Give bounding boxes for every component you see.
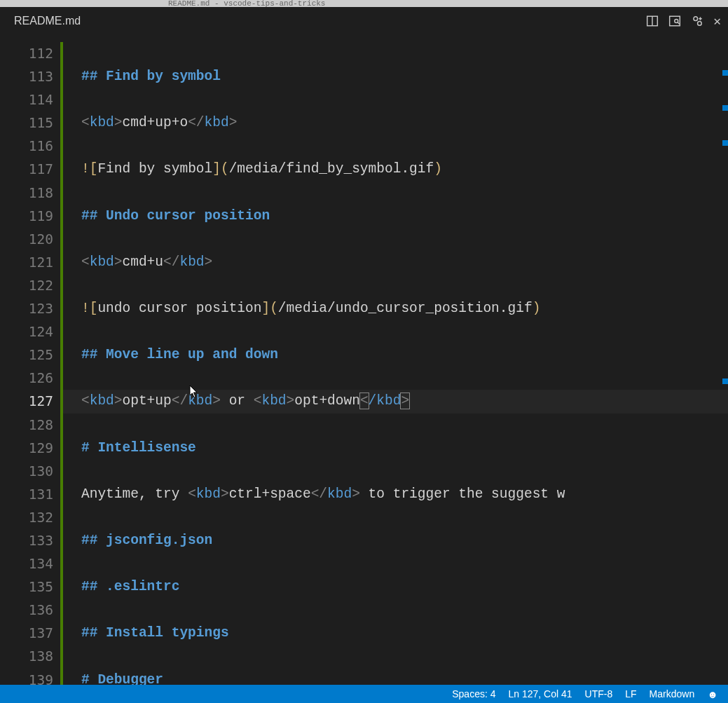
code-line[interactable] [81, 182, 728, 205]
line-gutter: 1121131141151161171181191201211221231241… [0, 35, 60, 685]
line-number: 115 [0, 111, 60, 135]
code-line[interactable] [81, 88, 728, 111]
svg-line-4 [678, 22, 680, 25]
code-line[interactable] [81, 320, 728, 343]
code-line[interactable]: ![Find by symbol](/media/find_by_symbol.… [81, 158, 728, 181]
svg-point-5 [694, 17, 698, 21]
code-line[interactable]: ## .eslintrc [81, 575, 728, 599]
code-line[interactable] [81, 460, 728, 483]
line-number: 133 [0, 529, 60, 552]
code-line[interactable] [81, 506, 728, 529]
line-number: 121 [0, 251, 60, 274]
code-line[interactable]: ## Undo cursor position [81, 205, 728, 228]
line-number: 134 [0, 552, 60, 575]
overview-ruler[interactable] [718, 35, 728, 685]
line-number: 132 [0, 506, 60, 529]
code-line[interactable] [81, 42, 728, 65]
line-number: 119 [0, 205, 60, 228]
line-number: 136 [0, 599, 60, 622]
status-language[interactable]: Markdown [650, 688, 695, 699]
line-number: 126 [0, 367, 60, 390]
editor-body[interactable]: 1121131141151161171181191201211221231241… [0, 35, 728, 685]
code-line[interactable]: ## Move line up and down [81, 343, 728, 367]
code-line[interactable] [81, 228, 728, 251]
line-number: 138 [0, 645, 60, 668]
more-actions-icon[interactable] [691, 15, 703, 27]
editor-actions: ✕ [646, 13, 721, 29]
line-number: 125 [0, 343, 60, 367]
line-number: 114 [0, 88, 60, 111]
line-number: 118 [0, 182, 60, 205]
line-number: 137 [0, 622, 60, 645]
code-line[interactable]: ![undo cursor position](/media/undo_curs… [81, 297, 728, 320]
code-line[interactable] [81, 135, 728, 158]
svg-point-3 [675, 20, 678, 23]
code-line[interactable] [81, 645, 728, 668]
line-number: 122 [0, 274, 60, 297]
svg-point-6 [698, 22, 702, 26]
split-editor-icon[interactable] [646, 15, 659, 27]
line-number: 131 [0, 483, 60, 506]
code-line[interactable] [81, 414, 728, 437]
code-line[interactable]: ## jsconfig.json [81, 529, 728, 552]
line-number: 117 [0, 158, 60, 181]
line-number: 124 [0, 320, 60, 343]
line-number: 127 [0, 390, 60, 413]
code-line[interactable]: Anytime, try <kbd>ctrl+space</kbd> to tr… [81, 483, 728, 506]
code-line[interactable]: <kbd>opt+up</kbd> or <kbd>opt+down</kbd> [60, 390, 728, 413]
modified-indicator [60, 42, 63, 685]
status-encoding[interactable]: UTF-8 [585, 688, 613, 699]
close-icon[interactable]: ✕ [713, 13, 721, 29]
code-line[interactable]: <kbd>cmd+up+o</kbd> [81, 111, 728, 135]
line-number: 113 [0, 65, 60, 88]
status-eol[interactable]: LF [625, 688, 636, 699]
feedback-icon[interactable]: ☻ [707, 688, 718, 700]
code-line[interactable]: ## Install typings [81, 622, 728, 645]
ruler-mark [722, 70, 728, 76]
code-line[interactable]: <kbd>cmd+u</kbd> [81, 251, 728, 274]
status-spaces[interactable]: Spaces: 4 [452, 688, 495, 699]
line-number: 112 [0, 42, 60, 65]
code-area[interactable]: ## Find by symbol<kbd>cmd+up+o</kbd>![Fi… [60, 35, 728, 685]
status-position[interactable]: Ln 127, Col 41 [509, 688, 572, 699]
line-number: 120 [0, 228, 60, 251]
code-line[interactable]: # Debugger [81, 669, 728, 685]
window-titlebar: README.md - vscode-tips-and-tricks [0, 0, 728, 7]
line-number: 139 [0, 669, 60, 685]
code-line[interactable] [81, 552, 728, 575]
ruler-mark [722, 378, 728, 384]
line-number: 116 [0, 135, 60, 158]
editor-tab-bar: README.md ✕ [0, 7, 728, 35]
code-line[interactable] [81, 367, 728, 390]
status-bar: Spaces: 4 Ln 127, Col 41 UTF-8 LF Markdo… [0, 685, 728, 703]
code-line[interactable] [81, 274, 728, 297]
code-line[interactable]: # Intellisense [81, 437, 728, 460]
code-line[interactable]: ## Find by symbol [81, 65, 728, 88]
tab-readme[interactable]: README.md [14, 15, 81, 27]
code-line[interactable] [81, 599, 728, 622]
line-number: 130 [0, 460, 60, 483]
line-number: 128 [0, 414, 60, 437]
line-number: 129 [0, 437, 60, 460]
ruler-mark [722, 105, 728, 111]
open-preview-icon[interactable] [668, 15, 681, 27]
line-number: 135 [0, 575, 60, 599]
line-number: 123 [0, 297, 60, 320]
ruler-mark [722, 140, 728, 146]
